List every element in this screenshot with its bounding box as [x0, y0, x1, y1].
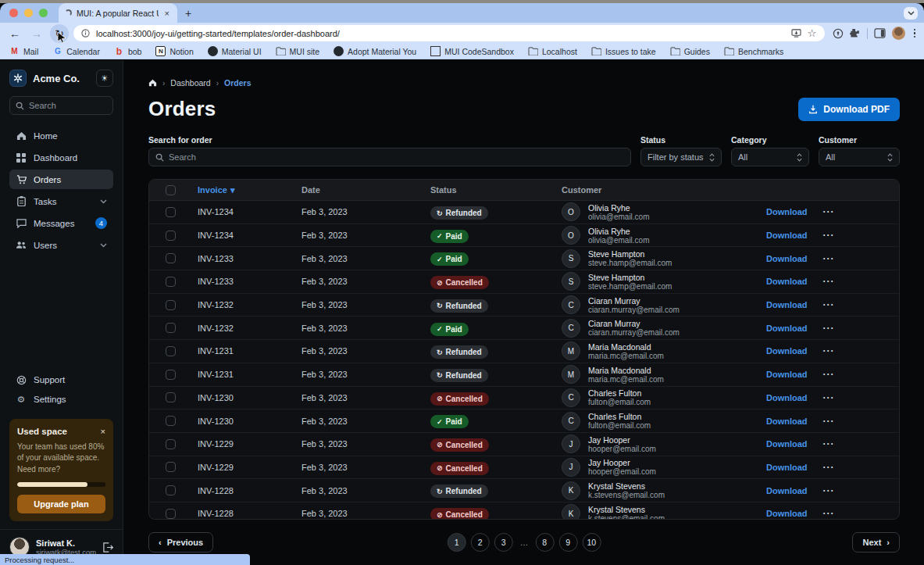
- download-link[interactable]: Download: [766, 300, 808, 309]
- bookmark-item[interactable]: Benchmarks: [724, 46, 783, 56]
- table-row[interactable]: INV-1231 Feb 3, 2023 ↻Refunded M Maria M…: [149, 363, 899, 387]
- table-row[interactable]: INV-1229 Feb 3, 2023 ⊘Cancelled J Jay Ho…: [149, 456, 899, 480]
- page-button-3[interactable]: 3: [494, 533, 513, 552]
- download-link[interactable]: Download: [766, 509, 808, 518]
- new-tab-button[interactable]: +: [185, 7, 191, 20]
- sidebar-item-tasks[interactable]: Tasks: [9, 191, 113, 211]
- column-header-invoice[interactable]: Invoice ▾: [198, 185, 301, 195]
- table-row[interactable]: INV-1230 Feb 3, 2023 ⊘Cancelled C Charle…: [149, 387, 899, 410]
- row-menu-icon[interactable]: ···: [823, 230, 835, 241]
- theme-toggle-button[interactable]: ☀: [96, 70, 113, 87]
- sidebar-item-settings[interactable]: ⚙ Settings: [9, 390, 113, 409]
- category-filter-select[interactable]: All: [731, 148, 809, 166]
- row-menu-icon[interactable]: ···: [823, 392, 835, 403]
- reload-button[interactable]: ↻: [50, 24, 69, 43]
- browser-tab[interactable]: MUI: A popular React UI fram ×: [59, 3, 177, 23]
- row-checkbox[interactable]: [166, 277, 176, 287]
- row-checkbox[interactable]: [166, 509, 176, 519]
- row-checkbox[interactable]: [166, 207, 176, 217]
- row-menu-icon[interactable]: ···: [823, 462, 835, 473]
- download-link[interactable]: Download: [766, 370, 808, 379]
- row-checkbox[interactable]: [166, 485, 176, 495]
- row-menu-icon[interactable]: ···: [823, 323, 835, 334]
- table-row[interactable]: INV-1230 Feb 3, 2023 ✓Paid C Charles Ful…: [149, 409, 899, 433]
- bookmark-item[interactable]: Guides: [670, 46, 710, 56]
- row-menu-icon[interactable]: ···: [823, 206, 835, 217]
- row-checkbox[interactable]: [166, 439, 176, 449]
- sidebar-item-users[interactable]: Users: [9, 235, 113, 255]
- order-search-input[interactable]: [169, 152, 624, 162]
- download-link[interactable]: Download: [766, 254, 808, 263]
- bookmark-item[interactable]: MUI CodeSandbox: [430, 46, 514, 56]
- row-menu-icon[interactable]: ···: [823, 369, 835, 380]
- bookmark-item[interactable]: b bob: [114, 46, 142, 56]
- row-menu-icon[interactable]: ···: [823, 438, 835, 449]
- maximize-window-button[interactable]: [39, 9, 48, 17]
- sidebar-search[interactable]: [9, 96, 113, 115]
- page-button-8[interactable]: 8: [535, 533, 554, 552]
- upgrade-plan-button[interactable]: Upgrade plan: [17, 495, 105, 513]
- page-button-10[interactable]: 10: [582, 533, 601, 552]
- tab-close-icon[interactable]: ×: [163, 9, 171, 18]
- row-checkbox[interactable]: [166, 462, 176, 472]
- table-row[interactable]: INV-1234 Feb 3, 2023 ✓Paid O Olivia Ryhe…: [149, 224, 899, 248]
- extensions-puzzle-icon[interactable]: [850, 28, 861, 39]
- row-checkbox[interactable]: [166, 392, 176, 402]
- close-window-button[interactable]: [9, 9, 18, 17]
- row-checkbox[interactable]: [166, 231, 176, 241]
- download-link[interactable]: Download: [766, 393, 808, 402]
- bookmark-item[interactable]: M Mail: [9, 46, 38, 56]
- download-link[interactable]: Download: [766, 231, 808, 240]
- table-row[interactable]: INV-1231 Feb 3, 2023 ↻Refunded M Maria M…: [149, 340, 899, 363]
- table-row[interactable]: INV-1228 Feb 3, 2023 ⊘Cancelled K Krysta…: [149, 502, 899, 520]
- bookmark-star-icon[interactable]: ☆: [808, 27, 817, 39]
- download-link[interactable]: Download: [766, 346, 808, 356]
- sidebar-item-dashboard[interactable]: Dashboard: [9, 148, 113, 167]
- row-menu-icon[interactable]: ···: [823, 485, 835, 496]
- status-filter-select[interactable]: Filter by status: [640, 148, 722, 166]
- row-menu-icon[interactable]: ···: [823, 253, 835, 264]
- download-link[interactable]: Download: [766, 417, 808, 426]
- sidebar-item-messages[interactable]: Messages 4: [9, 213, 113, 233]
- select-all-checkbox[interactable]: [166, 185, 176, 195]
- download-link[interactable]: Download: [766, 439, 808, 449]
- table-row[interactable]: INV-1232 Feb 3, 2023 ↻Refunded C Ciaran …: [149, 294, 899, 317]
- minimize-window-button[interactable]: [24, 9, 33, 17]
- row-menu-icon[interactable]: ···: [823, 416, 835, 427]
- page-button-9[interactable]: 9: [558, 533, 577, 552]
- install-app-icon[interactable]: [791, 29, 801, 38]
- browser-menu-icon[interactable]: [912, 29, 919, 38]
- bookmark-item[interactable]: Adopt Material You: [334, 46, 416, 56]
- back-button[interactable]: ←: [6, 27, 23, 40]
- row-menu-icon[interactable]: ···: [823, 299, 835, 310]
- table-row[interactable]: INV-1234 Feb 3, 2023 ↻Refunded O Olivia …: [149, 201, 899, 224]
- download-link[interactable]: Download: [766, 324, 808, 333]
- bookmark-item[interactable]: Material UI: [208, 46, 262, 56]
- row-menu-icon[interactable]: ···: [823, 508, 835, 519]
- tab-search-button[interactable]: [904, 7, 918, 20]
- home-icon[interactable]: [148, 79, 157, 87]
- password-manager-icon[interactable]: [833, 28, 844, 39]
- address-bar[interactable]: localhost:3000/joy-ui/getting-started/te…: [73, 25, 825, 41]
- breadcrumb-dashboard[interactable]: Dashboard: [170, 78, 210, 88]
- download-link[interactable]: Download: [766, 207, 808, 216]
- row-checkbox[interactable]: [166, 300, 176, 310]
- bookmark-item[interactable]: MUI site: [276, 46, 320, 56]
- sidebar-item-home[interactable]: Home: [9, 126, 113, 145]
- download-link[interactable]: Download: [766, 463, 808, 472]
- next-page-button[interactable]: Next ›: [852, 532, 900, 552]
- profile-avatar[interactable]: [892, 27, 905, 40]
- logout-icon[interactable]: [102, 542, 113, 552]
- table-row[interactable]: INV-1229 Feb 3, 2023 ⊘Cancelled J Jay Ho…: [149, 433, 899, 456]
- row-checkbox[interactable]: [166, 346, 176, 356]
- site-info-icon[interactable]: [81, 29, 90, 38]
- download-link[interactable]: Download: [766, 277, 808, 286]
- row-menu-icon[interactable]: ···: [823, 276, 835, 287]
- order-search[interactable]: [148, 148, 631, 166]
- row-checkbox[interactable]: [166, 416, 176, 426]
- sidebar-item-orders[interactable]: Orders: [9, 170, 113, 189]
- previous-page-button[interactable]: ‹ Previous: [148, 532, 213, 552]
- customer-filter-select[interactable]: All: [819, 148, 900, 166]
- row-menu-icon[interactable]: ···: [823, 345, 835, 356]
- side-panel-icon[interactable]: [874, 28, 886, 38]
